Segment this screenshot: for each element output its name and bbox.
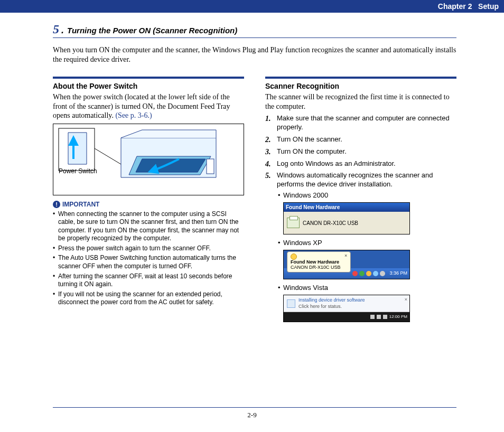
device-icon [287, 218, 300, 228]
tray-icon [366, 271, 371, 276]
tray-icon [383, 315, 387, 319]
os-list: Windows Vista [277, 284, 456, 293]
left-paragraph: When the power switch (located at the lo… [53, 92, 244, 120]
figure-caption: Power Switch [59, 167, 97, 175]
taskbar-clock: 12:00 PM [389, 314, 407, 320]
winxp-screenshot: Found New Hardware CANON DR-X10C USB × [283, 250, 410, 279]
balloon-title: Installing device driver software [298, 297, 365, 303]
scanner-illustration [58, 127, 227, 191]
section-heading: 5 . Turning the Power ON (Scanner Recogn… [53, 22, 456, 38]
list-item: The Auto USB Power Switching function au… [53, 254, 244, 270]
two-columns: About the Power Switch When the power sw… [53, 77, 456, 326]
step-item: Turn ON the computer. [274, 147, 456, 156]
footer-rule [53, 407, 456, 408]
important-label: IMPORTANT [62, 201, 99, 208]
os-list: Windows 2000 [277, 191, 456, 200]
dialog-body-text: CANON DR-X10C USB [303, 220, 358, 227]
xp-balloon: Found New Hardware CANON DR-X10C USB × [287, 251, 351, 273]
tray-icon [370, 315, 375, 319]
step-item: Windows automatically recognizes the sca… [274, 171, 456, 322]
dialog-titlebar: Found New Hardware [284, 203, 409, 212]
right-heading: Scanner Recognition [265, 82, 456, 90]
step-item: Make sure that the scanner and computer … [274, 114, 456, 132]
left-rule [53, 77, 244, 79]
scanner-figure: Power Switch [53, 124, 244, 195]
close-icon: × [343, 253, 349, 258]
step-item: Log onto Windows as an Administrator. [274, 159, 456, 168]
section-number: 5 [53, 22, 59, 36]
col-right: Scanner Recognition The scanner will be … [265, 77, 456, 326]
important-icon: ! [53, 201, 60, 208]
close-icon: × [405, 297, 407, 303]
section-intro: When you turn ON the computer and the sc… [53, 45, 456, 64]
right-rule [265, 77, 456, 79]
col-left: About the Power Switch When the power sw… [53, 77, 244, 326]
tray-icon [377, 315, 381, 319]
right-paragraph: The scanner will be recognized the first… [265, 92, 456, 111]
system-tray [352, 271, 385, 276]
list-item: If you will not be using the scanner for… [53, 290, 244, 307]
list-item: After turning the scanner OFF, wait at l… [53, 273, 244, 289]
tray-icon [380, 271, 385, 276]
os-label: Windows Vista [277, 284, 456, 293]
section-dot: . [61, 25, 64, 36]
tray-icon [359, 271, 365, 276]
chapter-label: Chapter 2 [438, 2, 472, 11]
chapter-title: Setup [478, 2, 499, 11]
step-text: Windows automatically recognizes the sca… [277, 171, 433, 188]
svg-line-1 [95, 148, 121, 164]
os-label: Windows XP [277, 239, 456, 248]
step-item: Turn ON the scanner. [274, 135, 456, 144]
disc-icon [287, 299, 295, 308]
tray-icon [352, 271, 358, 276]
important-list: When connecting the scanner to the compu… [53, 210, 244, 307]
svg-rect-2 [207, 159, 214, 174]
balloon-body: CANON DR-X10C USB [291, 265, 341, 270]
see-ref-link[interactable]: (See p. 3-6.) [114, 111, 152, 119]
document-page: Chapter 2 Setup 5 . Turning the Power ON… [0, 0, 504, 432]
os-label: Windows 2000 [277, 191, 456, 200]
vista-balloon: Installing device driver software Click … [284, 295, 409, 312]
tray-icon [373, 271, 378, 276]
win2000-dialog: Found New Hardware CANON DR-X10C USB [283, 202, 410, 234]
steps-list: Make sure that the scanner and computer … [265, 114, 456, 322]
section-title: Turning the Power ON (Scanner Recognitio… [67, 26, 237, 35]
list-item: When connecting the scanner to the compu… [53, 210, 244, 243]
page-number: 2-9 [0, 411, 504, 419]
taskbar-clock: 3:36 PM [389, 270, 407, 277]
dialog-body: CANON DR-X10C USB [284, 212, 409, 234]
list-item: Press the power switch again to turn the… [53, 245, 244, 253]
balloon-body: Click here for status. [298, 304, 342, 309]
winvista-screenshot: Installing device driver software Click … [283, 295, 410, 322]
left-heading: About the Power Switch [53, 82, 244, 90]
page-content: 5 . Turning the Power ON (Scanner Recogn… [0, 13, 504, 326]
important-callout: ! IMPORTANT [53, 201, 244, 208]
vista-taskbar: 12:00 PM [284, 312, 409, 322]
chapter-header: Chapter 2 Setup [0, 0, 504, 13]
vista-balloon-text: Installing device driver software Click … [298, 297, 365, 309]
os-list: Windows XP [277, 239, 456, 248]
